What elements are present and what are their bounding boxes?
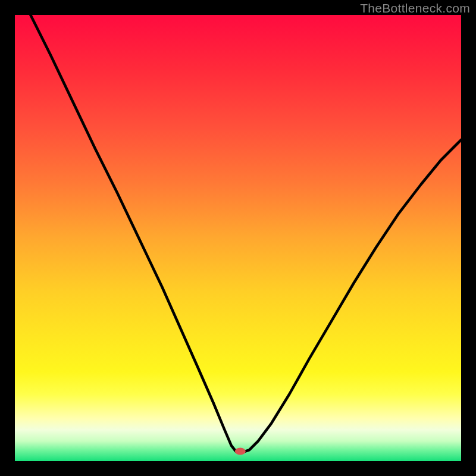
- watermark-text: TheBottleneck.com: [360, 1, 470, 15]
- plot-area: [15, 15, 461, 461]
- gradient-background: [15, 15, 461, 461]
- chart-svg: [15, 15, 461, 461]
- chart-frame: TheBottleneck.com: [0, 0, 476, 476]
- optimal-point-marker: [235, 448, 246, 455]
